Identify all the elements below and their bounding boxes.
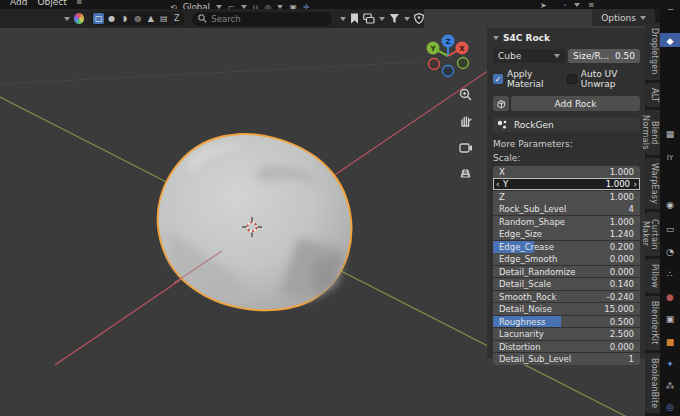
param-row-detail_noise[interactable]: Detail_Noise15.000 — [493, 303, 640, 315]
param-label: Y — [503, 179, 508, 189]
param-value: 1.000 — [610, 167, 634, 177]
snap-icon[interactable]: ⌐ — [228, 3, 235, 10]
search-input[interactable]: Search — [192, 12, 332, 26]
sidebar-tab-curtain-maker[interactable]: Curtain Maker — [645, 212, 660, 256]
dock-material-sphere-icon[interactable]: ● — [660, 290, 680, 303]
shading-solid-icon[interactable] — [559, 4, 561, 6]
transform-orientation-icon[interactable]: ⟲ — [170, 3, 177, 10]
menu-add[interactable]: Add — [10, 0, 27, 7]
param-value: 1 — [629, 354, 634, 364]
dock-camera-icon[interactable]: ◉ — [660, 198, 680, 211]
param-value: 1.000 — [610, 217, 634, 227]
shading-material-icon[interactable] — [564, 4, 566, 6]
size-field[interactable]: Size/R... 0.50 — [568, 49, 640, 63]
box-select-icon[interactable]: ▢ — [93, 13, 104, 24]
add-rock-icon-button[interactable] — [493, 96, 509, 111]
zigzag-icon[interactable]: Z — [171, 13, 182, 24]
gizmo-axis-x-neg[interactable] — [429, 59, 440, 70]
half-circle-icon[interactable]: ◗ — [119, 13, 130, 24]
dock-wrench-icon[interactable]: ✦ — [660, 357, 680, 370]
sidebar-tab-pillow[interactable]: Pillow — [645, 259, 660, 293]
menu-object[interactable]: Object — [37, 0, 66, 7]
gizmo-axis-y-neg[interactable] — [458, 58, 469, 69]
collapse-chevron-icon[interactable] — [64, 17, 70, 21]
dock-asset-icon[interactable]: IY — [660, 151, 680, 164]
pan-hand-icon[interactable] — [458, 113, 473, 128]
rock-type-dropdown[interactable]: Cube — [493, 49, 565, 63]
panel-header[interactable]: S4C Rock — [493, 31, 640, 45]
dock-grid-view-icon[interactable]: ▦ — [660, 127, 680, 140]
rockgen-header[interactable]: RockGen — [493, 117, 640, 132]
shading-rendered-icon[interactable] — [569, 4, 571, 6]
dock-pose-icon[interactable]: ◔ — [660, 245, 680, 258]
filter-funnel-icon[interactable] — [389, 13, 400, 24]
param-row-edge_size[interactable]: Edge_Size1.240 — [493, 228, 640, 240]
gizmo-toggle-icon[interactable]: ✛ — [303, 3, 310, 10]
param-row-distortion[interactable]: Distortion0.000 — [493, 341, 640, 353]
overlays-shield-icon[interactable] — [414, 13, 424, 24]
svg-text:Z: Z — [445, 38, 450, 46]
sidebar-tab-blend-normals[interactable]: Blend Normals — [645, 110, 660, 155]
dock-nodes-icon[interactable]: ⁂ — [660, 379, 680, 392]
param-row-random_shape[interactable]: Random_Shape1.000 — [493, 216, 640, 228]
zoom-view-icon[interactable] — [458, 87, 473, 102]
proportional-edit-icon[interactable]: ◎ — [264, 3, 271, 10]
render-icon[interactable]: ⧈ — [589, 0, 594, 10]
collections-chevron-icon[interactable] — [379, 17, 385, 21]
increment-arrow-icon[interactable]: › — [633, 179, 637, 190]
apply-material-checkbox[interactable]: ✓ — [493, 74, 503, 84]
panel-collapse-icon[interactable] — [493, 36, 499, 40]
add-rock-button[interactable]: Add Rock — [511, 96, 640, 111]
dock-active-tool-icon[interactable]: ◆ — [660, 34, 680, 47]
sidebar-tab-warpeasy[interactable]: WarpEasy — [645, 158, 660, 209]
pivot-icon[interactable]: ▣ — [289, 3, 297, 10]
magnet-icon[interactable]: ∪ — [253, 3, 259, 10]
editmode-icon[interactable]: ⧈ — [77, 0, 82, 7]
layers-icon[interactable]: ▤ — [158, 13, 169, 24]
shading-dropdown-icon[interactable] — [574, 3, 580, 7]
param-row-z[interactable]: Z1.000 — [493, 191, 640, 203]
ramp-icon[interactable]: ▲ — [145, 13, 156, 24]
decrement-arrow-icon[interactable]: ‹ — [496, 179, 500, 190]
dock-donut-icon[interactable]: ◎ — [660, 400, 680, 413]
dock-screen-icon[interactable]: ▭ — [660, 222, 680, 235]
sidebar-tab-alt[interactable]: ALT — [645, 83, 660, 107]
collections-icon[interactable] — [363, 13, 375, 24]
cursor-tool-icon[interactable]: ➤ — [540, 1, 547, 10]
globe-icon[interactable]: ◍ — [132, 13, 143, 24]
auto-uv-label: Auto UV Unwrap — [581, 69, 640, 89]
sphere-icon[interactable]: ● — [106, 13, 117, 24]
camera-view-icon[interactable] — [458, 139, 473, 154]
param-row-edge_crease[interactable]: Edge_Crease0.200 — [493, 241, 640, 253]
param-row-edge_smooth[interactable]: Edge_Smooth0.000 — [493, 253, 640, 265]
param-row-detail_scale[interactable]: Detail_Scale0.140 — [493, 278, 640, 290]
param-value: 1.000 — [610, 192, 634, 202]
param-row-roughness[interactable]: Roughness0.500 — [493, 316, 640, 328]
param-row-detail_randomize[interactable]: Detail_Randomize0.000 — [493, 266, 640, 278]
ortho-grid-icon[interactable] — [458, 165, 473, 180]
filter-chevron-icon[interactable] — [404, 17, 410, 21]
gizmo-axis-z-neg[interactable] — [443, 66, 454, 77]
orientation-dropdown[interactable]: Global — [183, 2, 210, 9]
dock-particles-icon[interactable]: ∴ — [660, 267, 680, 280]
auto-uv-checkbox[interactable] — [567, 74, 577, 84]
navigation-gizmo[interactable]: Y X Z — [420, 30, 480, 85]
param-row-y[interactable]: ‹›Y1.000 — [493, 178, 640, 190]
param-value: 0.000 — [610, 254, 634, 264]
dock-box-icon[interactable]: ▣ — [660, 312, 680, 325]
param-row-lacunarity[interactable]: Lacunarity2.500 — [493, 328, 640, 340]
options-button[interactable]: Options — [592, 9, 655, 26]
param-row-detail_sub_level[interactable]: Detail_Sub_Level1 — [493, 353, 640, 365]
param-row-smooth_rock[interactable]: Smooth_Rock-0.240 — [493, 291, 640, 303]
sidebar-tab-booleanbite[interactable]: BooleanBite — [645, 353, 660, 413]
bookmark-icon[interactable] — [350, 13, 359, 24]
shading-wireframe-icon[interactable] — [554, 4, 556, 6]
view-chevron-icon[interactable] — [340, 17, 346, 21]
rockgen-label: RockGen — [514, 120, 554, 130]
sidebar-tab-blenderkit[interactable]: BlenderKit — [645, 296, 660, 350]
sidebar-tab-dropletgen[interactable]: Dropletgen — [645, 23, 660, 80]
param-row-x[interactable]: X1.000 — [493, 166, 640, 178]
dock-texture-icon[interactable]: ■ — [660, 335, 680, 348]
editor-type-icon[interactable] — [74, 13, 84, 24]
param-row-rock_sub_level[interactable]: Rock_Sub_Level4 — [493, 203, 640, 215]
